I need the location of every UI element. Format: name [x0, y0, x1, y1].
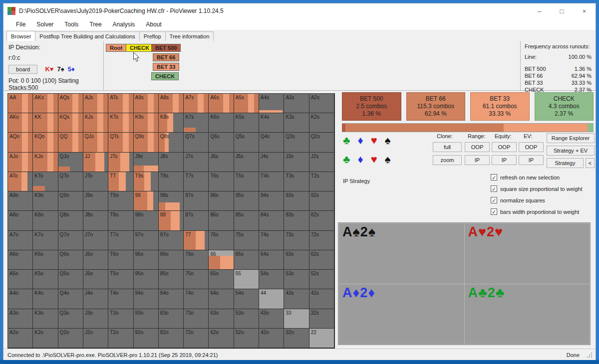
matrix-cell-AQs[interactable]: AQs [58, 94, 83, 113]
matrix-cell-84s[interactable]: 84s [259, 211, 284, 230]
menu-tree[interactable]: Tree [84, 19, 107, 29]
matrix-cell-T2s[interactable]: T2s [309, 172, 334, 191]
matrix-cell-Q5s[interactable]: Q5s [234, 133, 259, 152]
matrix-cell-K3s[interactable]: K3s [284, 113, 309, 133]
matrix-cell-A9s[interactable]: A9s [134, 94, 159, 113]
matrix-cell-J6o[interactable]: J6o [83, 250, 108, 270]
matrix-cell-53s[interactable]: 53s [284, 270, 309, 289]
matrix-cell-66[interactable]: 66 [209, 250, 234, 270]
checkbox-bars-width-proportional-to-weight[interactable]: ✓bars width proportional to weight [491, 208, 579, 215]
matrix-cell-55[interactable]: 55 [234, 270, 259, 289]
action-summary-bet-33[interactable]: BET 3361.1 combos33.33 % [470, 92, 530, 121]
club-suit-icon[interactable]: ♣ [343, 135, 350, 146]
matrix-cell-92s[interactable]: 92s [309, 191, 334, 211]
matrix-cell-98o[interactable]: 98o [134, 211, 159, 230]
collapse-button[interactable]: < [586, 158, 595, 168]
board-button[interactable]: board [8, 65, 37, 74]
equity-ip-button[interactable]: IP [492, 155, 517, 165]
matrix-cell-KJo[interactable]: KJo [33, 153, 58, 172]
matrix-cell-74o[interactable]: 74o [184, 289, 209, 309]
matrix-cell-KK[interactable]: KK [33, 113, 58, 133]
matrix-cell-85o[interactable]: 85o [159, 270, 184, 289]
matrix-cell-A3s[interactable]: A3s [284, 94, 309, 113]
matrix-cell-Q9o[interactable]: Q9o [58, 191, 83, 211]
matrix-cell-J2s[interactable]: J2s [309, 153, 334, 172]
matrix-cell-A4o[interactable]: A4o [8, 289, 33, 309]
matrix-cell-T3s[interactable]: T3s [284, 172, 309, 191]
strategy-ev-button[interactable]: Strategy + EV [547, 146, 595, 156]
matrix-cell-Q9s[interactable]: Q9s [134, 133, 159, 152]
matrix-cell-K6o[interactable]: K6o [33, 250, 58, 270]
matrix-cell-95o[interactable]: 95o [134, 270, 159, 289]
matrix-cell-J9s[interactable]: J9s [134, 153, 159, 172]
matrix-cell-K9s[interactable]: K9s [134, 113, 159, 133]
menu-about[interactable]: About [140, 19, 167, 29]
matrix-cell-95s[interactable]: 95s [234, 191, 259, 211]
matrix-cell-85s[interactable]: 85s [234, 211, 259, 230]
matrix-cell-87s[interactable]: 87s [184, 211, 209, 230]
matrix-cell-ATo[interactable]: ATo [8, 172, 33, 191]
diamond-suit-icon[interactable]: ♦ [357, 154, 363, 165]
menu-tools[interactable]: Tools [59, 19, 84, 29]
matrix-cell-83s[interactable]: 83s [284, 211, 309, 230]
matrix-cell-K7o[interactable]: K7o [33, 231, 58, 250]
matrix-cell-97o[interactable]: 97o [134, 231, 159, 250]
matrix-cell-T7o[interactable]: T7o [108, 231, 133, 250]
combo-cell[interactable]: A♥2♥ [465, 223, 590, 284]
checkbox-box[interactable]: ✓ [491, 174, 497, 181]
matrix-cell-J8s[interactable]: J8s [159, 153, 184, 172]
matrix-cell-T8s[interactable]: T8s [159, 172, 184, 191]
matrix-cell-KTs[interactable]: KTs [108, 113, 133, 133]
matrix-cell-63o[interactable]: 63o [209, 309, 234, 329]
matrix-cell-65o[interactable]: 65o [209, 270, 234, 289]
matrix-cell-A7o[interactable]: A7o [8, 231, 33, 250]
matrix-cell-63s[interactable]: 63s [284, 250, 309, 270]
matrix-cell-J3o[interactable]: J3o [83, 309, 108, 329]
matrix-cell-QTo[interactable]: QTo [58, 172, 83, 191]
maximize-button[interactable]: □ [551, 3, 573, 18]
menu-solver[interactable]: Solver [31, 19, 59, 29]
ev-ip-button[interactable]: IP [519, 155, 544, 165]
matrix-cell-42o[interactable]: 42o [259, 329, 284, 348]
checkbox-box[interactable]: ✓ [491, 197, 497, 203]
checkbox-box[interactable]: ✓ [491, 185, 497, 192]
checkbox-normalize-squares[interactable]: ✓normalize squares [491, 197, 545, 203]
matrix-cell-A5s[interactable]: A5s [234, 94, 259, 113]
matrix-cell-94s[interactable]: 94s [259, 191, 284, 211]
matrix-cell-73s[interactable]: 73s [284, 231, 309, 250]
matrix-cell-43s[interactable]: 43s [284, 289, 309, 309]
range-oop-button[interactable]: OOP [465, 142, 490, 152]
matrix-cell-77[interactable]: 77 [184, 231, 209, 250]
range-ip-button[interactable]: IP [465, 155, 490, 165]
matrix-cell-43o[interactable]: 43o [259, 309, 284, 329]
matrix-cell-99[interactable]: 99 [134, 191, 159, 211]
matrix-cell-33[interactable]: 33 [284, 309, 309, 329]
checkbox-square-size-proportional-to-weight[interactable]: ✓square size proportional to weight [491, 185, 582, 192]
matrix-cell-42s[interactable]: 42s [309, 289, 334, 309]
matrix-cell-Q3o[interactable]: Q3o [58, 309, 83, 329]
matrix-cell-93s[interactable]: 93s [284, 191, 309, 211]
matrix-cell-AA[interactable]: AA [8, 94, 33, 113]
spade-suit-icon[interactable]: ♠ [385, 135, 391, 146]
matrix-cell-96s[interactable]: 96s [209, 191, 234, 211]
tab-tree-information[interactable]: Tree information [165, 31, 214, 41]
action-summary-check[interactable]: CHECK4.3 combos2.37 % [535, 92, 594, 121]
matrix-cell-Q3s[interactable]: Q3s [284, 133, 309, 152]
matrix-cell-T6o[interactable]: T6o [108, 250, 133, 270]
matrix-cell-K5s[interactable]: K5s [234, 113, 259, 133]
matrix-cell-K9o[interactable]: K9o [33, 191, 58, 211]
matrix-cell-AJo[interactable]: AJo [8, 153, 33, 172]
club-suit-icon[interactable]: ♣ [343, 154, 350, 165]
matrix-cell-A7s[interactable]: A7s [184, 94, 209, 113]
matrix-cell-K2o[interactable]: K2o [33, 329, 58, 348]
matrix-cell-QTs[interactable]: QTs [108, 133, 133, 152]
matrix-cell-32s[interactable]: 32s [309, 309, 334, 329]
minimize-button[interactable]: – [528, 3, 551, 18]
tree-node-check[interactable]: CHECK [126, 44, 153, 52]
matrix-cell-A4s[interactable]: A4s [259, 94, 284, 113]
matrix-cell-97s[interactable]: 97s [184, 191, 209, 211]
tab-preflop[interactable]: Preflop [139, 31, 166, 41]
matrix-cell-A2o[interactable]: A2o [8, 329, 33, 348]
matrix-cell-88[interactable]: 88 [159, 211, 184, 230]
matrix-cell-JJ[interactable]: JJ [83, 153, 108, 172]
